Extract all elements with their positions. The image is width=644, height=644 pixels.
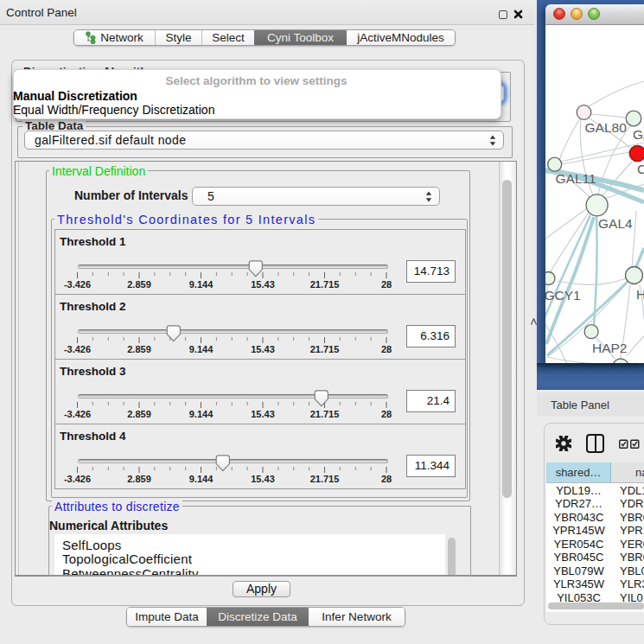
svg-text:HAP2: HAP2: [592, 341, 628, 355]
svg-text:GAL80: GAL80: [585, 120, 628, 135]
svg-text:H: H: [636, 287, 644, 302]
svg-text:C: C: [637, 162, 644, 176]
svg-text:GA: GA: [633, 127, 644, 142]
svg-text:GAL11: GAL11: [556, 171, 596, 186]
svg-text:GCY1: GCY1: [545, 288, 581, 303]
svg-text:GAL4: GAL4: [598, 216, 633, 231]
